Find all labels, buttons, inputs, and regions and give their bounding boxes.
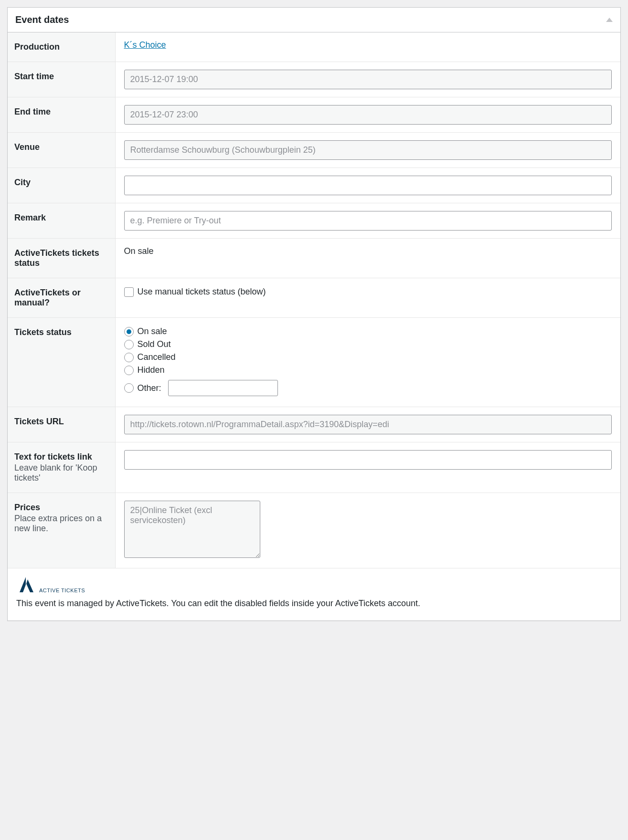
activetickets-logo-icon <box>16 576 36 593</box>
event-dates-panel: Event dates Production K´s Choice Start … <box>7 7 621 621</box>
status-option-hidden[interactable]: Hidden <box>124 365 612 375</box>
manual-checkbox-label: Use manual tickets status (below) <box>138 287 266 297</box>
activetickets-logo: ACTIVE TICKETS <box>16 576 612 593</box>
production-label: Production <box>8 32 115 62</box>
activetickets-logo-text: ACTIVE TICKETS <box>39 588 85 593</box>
radio-icon[interactable] <box>124 383 134 393</box>
status-other-label: Other: <box>138 383 161 393</box>
venue-label: Venue <box>8 133 115 168</box>
city-input[interactable] <box>124 176 612 195</box>
manual-checkbox-row[interactable]: Use manual tickets status (below) <box>124 287 612 297</box>
status-option-soldout[interactable]: Sold Out <box>124 339 612 349</box>
status-other-input[interactable] <box>168 380 278 396</box>
radio-icon[interactable] <box>124 327 134 336</box>
remark-input[interactable] <box>124 211 612 231</box>
status-option-label: Cancelled <box>138 352 176 362</box>
radio-icon[interactable] <box>124 340 134 349</box>
footer-message: This event is managed by ActiveTickets. … <box>16 597 612 610</box>
tickets-url-input <box>124 415 612 434</box>
footer-note: ACTIVE TICKETS This event is managed by … <box>8 568 620 620</box>
status-option-other[interactable]: Other: <box>124 380 612 396</box>
start-time-label: Start time <box>8 62 115 97</box>
label-text: Prices <box>14 503 40 512</box>
prices-label: Prices Place extra prices on a new line. <box>8 493 115 568</box>
prices-textarea <box>124 501 260 558</box>
start-time-input <box>124 70 612 89</box>
status-option-onsale[interactable]: On sale <box>124 326 612 336</box>
status-option-label: Sold Out <box>138 339 171 349</box>
form-table: Production K´s Choice Start time End tim… <box>8 32 620 568</box>
radio-icon[interactable] <box>124 353 134 362</box>
remark-label: Remark <box>8 203 115 239</box>
end-time-label: End time <box>8 97 115 133</box>
panel-header: Event dates <box>8 8 620 32</box>
tickets-status-label: Tickets status <box>8 318 115 407</box>
radio-icon[interactable] <box>124 366 134 375</box>
at-status-label: ActiveTickets tickets status <box>8 239 115 278</box>
at-or-manual-label: ActiveTickets or manual? <box>8 278 115 318</box>
end-time-input <box>124 105 612 125</box>
collapse-toggle-icon[interactable] <box>606 18 613 22</box>
production-link[interactable]: K´s Choice <box>124 40 166 50</box>
panel-title: Event dates <box>15 14 69 25</box>
venue-input <box>124 140 612 160</box>
status-option-label: On sale <box>138 326 167 336</box>
label-hint: Place extra prices on a new line. <box>14 514 108 534</box>
status-option-label: Hidden <box>138 365 165 375</box>
city-label: City <box>8 168 115 203</box>
status-option-cancelled[interactable]: Cancelled <box>124 352 612 362</box>
tickets-url-label: Tickets URL <box>8 407 115 442</box>
tickets-link-text-label: Text for tickets link Leave blank for 'K… <box>8 442 115 493</box>
at-status-value: On sale <box>124 246 154 256</box>
label-hint: Leave blank for 'Koop tickets' <box>14 463 108 483</box>
label-text: Text for tickets link <box>14 452 92 462</box>
tickets-link-text-input[interactable] <box>124 450 612 470</box>
manual-checkbox[interactable] <box>124 287 134 297</box>
